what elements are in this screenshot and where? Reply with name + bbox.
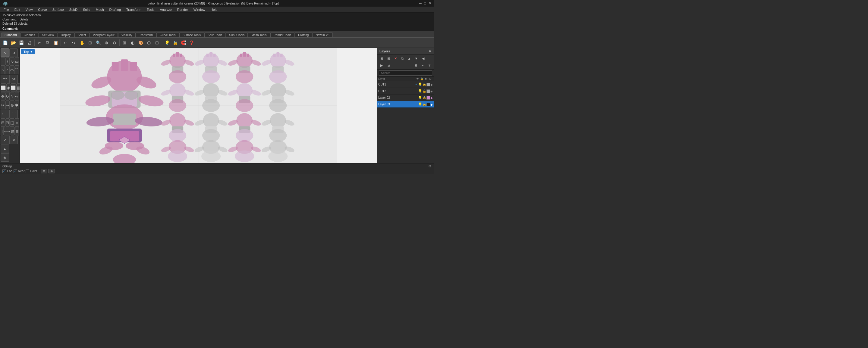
tab-subd-tools[interactable]: SubD Tools xyxy=(226,33,248,37)
menu-surface[interactable]: Surface xyxy=(50,7,66,12)
mirror-tool[interactable]: ⇔ xyxy=(15,92,19,101)
menu-mesh[interactable]: Mesh xyxy=(93,7,106,12)
scale-tool[interactable]: ⤡ xyxy=(10,92,14,101)
group-tool[interactable]: ⊟ xyxy=(15,127,19,136)
paste-button[interactable]: 📋 xyxy=(52,39,60,47)
arc-tool[interactable]: ◜ xyxy=(5,66,9,74)
tab-drafting[interactable]: Drafting xyxy=(295,33,312,37)
curve-tool[interactable]: ∿ xyxy=(10,57,14,66)
layer-on-button[interactable]: 💡 xyxy=(163,39,171,47)
zoom-in-button[interactable]: ⊕ xyxy=(102,39,110,47)
align-tool[interactable]: ≡ xyxy=(15,118,19,127)
layer-visible-layer02[interactable]: 💡 xyxy=(418,96,422,100)
layers-search-input[interactable] xyxy=(379,70,432,76)
osnap-all-button[interactable]: ⊕ xyxy=(41,169,47,173)
wire-button[interactable]: ⬡ xyxy=(145,39,153,47)
viewport-label[interactable]: Top ▾ xyxy=(21,49,35,54)
layer-row-cut1[interactable]: CUT1 ✓ 💡 🔒 ● xyxy=(377,81,434,88)
shade-button[interactable]: ◐ xyxy=(129,39,136,47)
copy2-tool[interactable]: ⊡ xyxy=(5,118,10,127)
layer-row-layer03[interactable]: Layer 03 💡 🔒 ● xyxy=(377,101,434,108)
pan-button[interactable]: ✋ xyxy=(78,39,86,47)
tab-display[interactable]: Display xyxy=(58,33,74,37)
tab-mesh-tools[interactable]: Mesh Tools xyxy=(248,33,270,37)
fillet-tool[interactable]: ⌒ xyxy=(9,110,18,118)
paste2-tool[interactable]: ⬚ xyxy=(10,118,14,127)
sphere-tool[interactable]: ◉ xyxy=(6,83,10,92)
tab-cplanes[interactable]: CPlanes xyxy=(21,33,38,37)
tab-select[interactable]: Select xyxy=(74,33,90,37)
layer-help-button[interactable]: ? xyxy=(426,62,433,69)
tab-solid-tools[interactable]: Solid Tools xyxy=(204,33,225,37)
osnap-item-near[interactable]: ✓ Near xyxy=(13,169,25,173)
rotate-tool[interactable]: ↻ xyxy=(5,92,10,101)
layer-checkmark-cut1[interactable]: ✓ xyxy=(415,82,418,86)
layer-color-layer03[interactable] xyxy=(427,103,430,106)
command-prompt[interactable]: Command: xyxy=(0,27,434,31)
layer-down-button[interactable]: ▼ xyxy=(413,55,420,62)
menu-transform[interactable]: Transform xyxy=(124,7,144,12)
menu-subd[interactable]: SubD xyxy=(67,7,80,12)
undo-button[interactable]: ↩ xyxy=(62,39,70,47)
layer-left-button[interactable]: ◀ xyxy=(420,55,427,62)
add-layer-button[interactable]: ⊞ xyxy=(378,55,385,62)
menu-window[interactable]: Window xyxy=(191,7,208,12)
layers-settings-button[interactable]: ⚙ xyxy=(429,49,432,53)
zoom-out-button[interactable]: ⊖ xyxy=(111,39,119,47)
layer-off-button[interactable]: 🔒 xyxy=(171,39,179,47)
layer-visible-cut1[interactable]: 💡 xyxy=(418,82,422,86)
layer-color-cut1[interactable] xyxy=(427,83,430,86)
menu-view[interactable]: View xyxy=(23,7,35,12)
layer-right-button[interactable]: ▶ xyxy=(378,62,385,69)
hatch-tool[interactable]: ▨ xyxy=(10,127,15,136)
layer-color-layer02[interactable] xyxy=(427,96,430,100)
select-options[interactable]: ⊿ xyxy=(9,48,18,57)
menu-render[interactable]: Render xyxy=(175,7,190,12)
layer-lock-cut2[interactable]: 🔒 xyxy=(423,90,426,93)
paint-tool[interactable]: ▲ xyxy=(1,144,9,153)
close-tool[interactable]: ✕ xyxy=(9,136,18,144)
new-file-button[interactable]: 📄 xyxy=(1,39,9,47)
viewport-canvas[interactable] xyxy=(20,48,377,163)
tab-visibility[interactable]: Visibility xyxy=(118,33,135,37)
point-tool[interactable]: · xyxy=(1,57,5,66)
cut-button[interactable]: ✂ xyxy=(36,39,43,47)
save-file-button[interactable]: 💾 xyxy=(18,39,25,47)
cylinder-tool[interactable]: ⬜ xyxy=(10,83,16,92)
layer-row-layer02[interactable]: Layer 02 💡 🔒 ● xyxy=(377,95,434,101)
viewport-area[interactable]: Top ▾ xyxy=(20,48,377,163)
menu-drafting[interactable]: Drafting xyxy=(107,7,124,12)
redo-button[interactable]: ↪ xyxy=(70,39,78,47)
close-button[interactable]: ✕ xyxy=(429,1,432,5)
open-file-button[interactable]: 📂 xyxy=(9,39,17,47)
layer-lock-cut1[interactable]: 🔒 xyxy=(423,83,426,86)
layer-row-cut2[interactable]: CUT2 💡 🔒 ● xyxy=(377,88,434,95)
move-tool[interactable]: ✥ xyxy=(1,92,5,101)
tab-surface-tools[interactable]: Surface Tools xyxy=(179,33,204,37)
tab-new-v8[interactable]: New in V8 xyxy=(312,33,333,37)
help-button[interactable]: ❓ xyxy=(187,39,195,47)
ellipse-tool[interactable]: ⬭ xyxy=(10,66,14,74)
menu-edit[interactable]: Edit xyxy=(12,7,23,12)
menu-solid[interactable]: Solid xyxy=(81,7,93,12)
blend-tool[interactable]: ⋊ xyxy=(9,75,18,83)
offset-tool[interactable]: ⟵ xyxy=(1,110,9,118)
print-button[interactable]: 🖨 xyxy=(26,39,33,47)
viewport4-button[interactable]: ⊞ xyxy=(121,39,128,47)
osnap-item-point[interactable]: Point xyxy=(26,169,37,173)
zoom-extents-button[interactable]: ⊞ xyxy=(86,39,94,47)
menu-help[interactable]: Help xyxy=(208,7,220,12)
tab-transform[interactable]: Transform xyxy=(136,33,156,37)
maximize-button[interactable]: □ xyxy=(424,1,426,5)
snap-button[interactable]: 🧲 xyxy=(179,39,187,47)
layer-grid-view[interactable]: ≡ xyxy=(419,62,426,69)
zoom-window-button[interactable]: 🔍 xyxy=(94,39,102,47)
tab-setview[interactable]: Set View xyxy=(38,33,57,37)
menu-file[interactable]: File xyxy=(1,7,11,12)
copy-button[interactable]: ⧉ xyxy=(44,39,52,47)
tab-viewport-layout[interactable]: Viewport Layout xyxy=(90,33,118,37)
gradient-tool[interactable]: ◈ xyxy=(1,153,9,162)
osnap-item-end[interactable]: ✓ End xyxy=(2,169,12,173)
select-tool[interactable]: ↖ xyxy=(1,48,9,57)
menu-analyze[interactable]: Analyze xyxy=(157,7,174,12)
